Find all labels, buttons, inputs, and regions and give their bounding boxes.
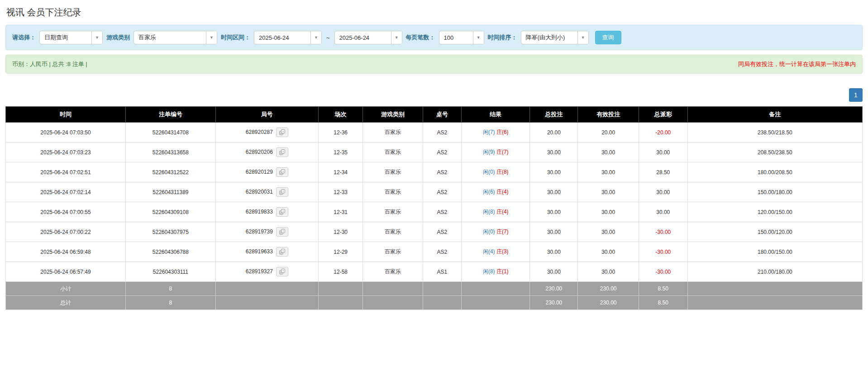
select-type-label: 请选择： <box>12 33 36 42</box>
valid-bet-cell: 30.00 <box>578 143 639 162</box>
road-map-button[interactable] <box>276 247 288 257</box>
total-bet-cell[interactable]: 30.00 <box>530 242 578 262</box>
table-no-cell: AS1 <box>423 262 461 282</box>
bet-no-cell: 522604314708 <box>126 123 216 143</box>
date-to-dropdown[interactable]: 2025-06-24 ▼ <box>334 31 402 44</box>
table-no-cell: AS2 <box>423 242 461 262</box>
result-cell: 闲(6) 庄(4) <box>462 182 530 202</box>
road-map-button[interactable] <box>276 267 288 276</box>
chevron-down-icon[interactable]: ▼ <box>577 31 588 44</box>
note-cell: 208.50/238.50 <box>687 143 862 162</box>
date-to-value: 2025-06-24 <box>335 31 391 44</box>
page-size-label: 每页笔数： <box>406 33 435 42</box>
page-title: 视讯 会员下注纪录 <box>6 6 862 19</box>
valid-bet-cell: 30.00 <box>578 262 639 282</box>
table-no-cell: AS2 <box>423 202 461 222</box>
total-bet-cell[interactable]: 30.00 <box>530 143 578 162</box>
subtotal-row: 小计 8 230.00 230.00 8.50 <box>6 282 863 296</box>
time-sort-value: 降幂(由大到小) <box>521 31 577 44</box>
time-sort-dropdown[interactable]: 降幂(由大到小) ▼ <box>521 31 589 44</box>
road-map-button[interactable] <box>276 167 288 177</box>
bet-no-cell: 522604311389 <box>126 182 216 202</box>
dice-icon <box>279 169 285 175</box>
valid-bet-cell: 30.00 <box>578 242 639 262</box>
result-cell: 闲(7) 庄(6) <box>462 123 530 143</box>
time-sort-label: 时间排序： <box>488 33 517 42</box>
table-no-cell: AS2 <box>423 222 461 242</box>
time-cell: 2025-06-24 07:02:14 <box>6 182 126 202</box>
result-player: 闲(4) <box>483 248 495 255</box>
result-banker: 庄(7) <box>496 149 509 155</box>
session-cell: 12-36 <box>318 123 362 143</box>
bet-no-cell: 522604313658 <box>126 143 216 162</box>
page-1-button[interactable]: 1 <box>849 88 863 102</box>
payout-cell: 30.00 <box>639 143 687 162</box>
chevron-down-icon[interactable]: ▼ <box>310 31 321 44</box>
subtotal-count: 8 <box>126 282 216 296</box>
game-type-cell: 百家乐 <box>363 242 423 262</box>
road-map-button[interactable] <box>276 147 288 157</box>
filter-bar: 请选择： 日期查询 ▼ 游戏类别 百家乐 ▼ 时间区间： 2025-06-24 … <box>5 25 863 50</box>
subtotal-label: 小计 <box>6 282 126 296</box>
date-range-label: 时间区间： <box>221 33 250 42</box>
game-type-dropdown[interactable]: 百家乐 ▼ <box>134 31 217 44</box>
note-cell: 180.00/208.50 <box>687 162 862 182</box>
payout-cell: -30.00 <box>639 222 687 242</box>
round-no: 628920206 <box>246 149 273 155</box>
payout-cell: 28.50 <box>639 162 687 182</box>
note-cell: 180.00/150.00 <box>687 242 862 262</box>
valid-bet-cell: 30.00 <box>578 182 639 202</box>
session-cell: 12-30 <box>318 222 362 242</box>
records-table: 时间 注单编号 局号 场次 游戏类别 桌号 结果 总投注 有效投注 总派彩 备注… <box>5 106 863 310</box>
table-row: 2025-06-24 07:03:23 522604313658 6289202… <box>6 143 863 162</box>
result-banker: 庄(4) <box>496 189 509 195</box>
chevron-down-icon[interactable]: ▼ <box>391 31 402 44</box>
page-size-dropdown[interactable]: 100 ▼ <box>439 31 484 44</box>
result-cell: 闲(8) 庄(1) <box>462 262 530 282</box>
total-bet-cell[interactable]: 30.00 <box>530 162 578 182</box>
note-cell: 238.50/218.50 <box>687 123 862 143</box>
round-no: 628919739 <box>246 228 273 235</box>
chevron-down-icon[interactable]: ▼ <box>206 31 217 44</box>
result-cell: 闲(4) 庄(3) <box>462 242 530 262</box>
grand-total-count: 8 <box>126 296 216 310</box>
table-body: 2025-06-24 07:03:50 522604314708 6289202… <box>6 123 863 282</box>
search-button[interactable]: 查询 <box>595 31 621 44</box>
valid-bet-cell: 30.00 <box>578 202 639 222</box>
road-map-button[interactable] <box>276 227 288 237</box>
header-game-type: 游戏类别 <box>363 107 423 123</box>
round-no-cell: 628920129 <box>215 162 318 182</box>
total-bet-cell[interactable]: 30.00 <box>530 202 578 222</box>
grand-total-total-bet: 230.00 <box>530 296 578 310</box>
dice-icon <box>279 209 285 215</box>
note-cell: 150.00/120.00 <box>687 222 862 242</box>
chevron-down-icon[interactable]: ▼ <box>473 31 484 44</box>
result-cell: 闲(8) 庄(4) <box>462 202 530 222</box>
game-type-cell: 百家乐 <box>363 143 423 162</box>
table-no-cell: AS2 <box>423 123 461 143</box>
road-map-button[interactable] <box>276 187 288 197</box>
round-no: 628919833 <box>246 209 273 215</box>
page: 视讯 会员下注纪录 请选择： 日期查询 ▼ 游戏类别 百家乐 ▼ 时间区间： 2… <box>0 0 868 328</box>
road-map-button[interactable] <box>276 207 288 217</box>
currency-total-text: 币别：人民币 | 总共 :8 注单 | <box>12 60 87 68</box>
game-type-cell: 百家乐 <box>363 162 423 182</box>
road-map-button[interactable] <box>276 128 288 137</box>
date-from-dropdown[interactable]: 2025-06-24 ▼ <box>254 31 322 44</box>
table-row: 2025-06-24 06:57:49 522604303111 6289193… <box>6 262 863 282</box>
payout-cell: 30.00 <box>639 182 687 202</box>
range-separator: ~ <box>325 34 331 41</box>
total-bet-cell[interactable]: 30.00 <box>530 222 578 242</box>
total-bet-cell[interactable]: 30.00 <box>530 262 578 282</box>
total-bet-cell[interactable]: 30.00 <box>530 182 578 202</box>
chevron-down-icon[interactable]: ▼ <box>91 31 102 44</box>
result-player: 闲(0) <box>483 228 495 235</box>
select-type-dropdown[interactable]: 日期查询 ▼ <box>39 31 103 44</box>
total-bet-cell[interactable]: 20.00 <box>530 123 578 143</box>
time-cell: 2025-06-24 06:59:48 <box>6 242 126 262</box>
bet-no-cell: 522604307975 <box>126 222 216 242</box>
date-from-value: 2025-06-24 <box>254 31 310 44</box>
round-no-cell: 628919633 <box>215 242 318 262</box>
round-no: 628920287 <box>246 129 273 135</box>
header-session: 场次 <box>318 107 362 123</box>
